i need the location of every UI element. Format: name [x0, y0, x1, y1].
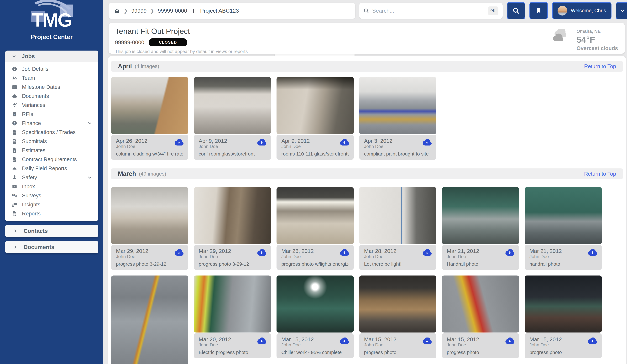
sidebar-item-finance[interactable]: $ Finance	[5, 119, 98, 128]
month-header-march: March (49 images) Return to Top	[111, 168, 623, 179]
photo-card[interactable]: Apr 26, 2012 John Doe column cladding w/…	[111, 77, 188, 160]
home-icon[interactable]	[114, 8, 120, 14]
search-button[interactable]	[507, 2, 525, 19]
photo-card[interactable]: Mar 29, 2012 John Doe progress photo 3-2…	[111, 187, 188, 270]
return-to-top-link[interactable]: Return to Top	[584, 171, 616, 177]
photo-card[interactable]: Apr 3, 2012 John Doe compliant paint bro…	[359, 77, 436, 160]
download-icon[interactable]	[257, 338, 266, 344]
download-icon[interactable]	[588, 338, 597, 344]
download-icon[interactable]	[422, 139, 432, 146]
sidebar-item-label: Surveys	[22, 193, 92, 199]
search-bar: ^K	[359, 3, 503, 19]
sidebar-item-variances[interactable]: Variances	[5, 101, 98, 110]
photo-thumbnail[interactable]	[442, 187, 519, 244]
photo-card[interactable]	[111, 275, 188, 364]
user-menu-button[interactable]: Welcome, Chris	[552, 2, 612, 19]
sidebar-item-label: Variances	[22, 102, 92, 108]
sidebar-item-job-details[interactable]: Job Details	[5, 64, 98, 73]
document-dollar-icon: $	[12, 148, 17, 153]
sidebar-item-rfis[interactable]: ? RFIs	[5, 110, 98, 119]
photo-card[interactable]: Apr 9, 2012 John Doe conf room glass/sto…	[194, 77, 271, 160]
photo-date: Mar 15, 2012	[529, 336, 562, 342]
jobs-section-header[interactable]: Jobs	[5, 51, 98, 62]
sidebar-item-label: Milestone Dates	[22, 84, 92, 90]
photo-thumbnail[interactable]	[524, 275, 602, 332]
document-chart-icon	[12, 156, 17, 162]
photo-card[interactable]: Mar 15, 2012 John Doe progress photo	[442, 275, 519, 358]
photo-thumbnail[interactable]	[359, 275, 436, 332]
sidebar-item-contract-requirements[interactable]: Contract Requirements	[5, 155, 98, 164]
download-icon[interactable]	[422, 249, 432, 256]
photo-thumbnail[interactable]	[194, 77, 271, 134]
download-icon[interactable]	[505, 338, 514, 344]
photo-card[interactable]: Apr 9, 2012 John Doe rooms 110-111 glass…	[276, 77, 354, 160]
breadcrumb-project[interactable]: 99999-0000 - TF Project ABC123	[158, 8, 239, 14]
return-to-top-link[interactable]: Return to Top	[584, 63, 616, 69]
photo-thumbnail[interactable]	[442, 275, 519, 332]
photo-thumbnail[interactable]	[359, 77, 436, 134]
photo-caption: progress photo 3-29-12	[116, 261, 183, 267]
photo-card-footer: Mar 29, 2012 John Doe progress photo 3-2…	[194, 245, 271, 270]
photo-author: John Doe	[529, 342, 562, 348]
photo-card[interactable]: Mar 28, 2012 John Doe Let there be light…	[359, 187, 436, 270]
download-icon[interactable]	[174, 249, 183, 256]
closed-job-note: This job is closed and will not appear b…	[115, 49, 248, 54]
photo-thumbnail[interactable]	[276, 275, 354, 332]
photo-thumbnail[interactable]	[524, 187, 602, 244]
download-icon[interactable]	[422, 338, 432, 344]
photo-thumbnail[interactable]	[111, 77, 188, 134]
photo-card[interactable]: Mar 29, 2012 John Doe progress photo 3-2…	[194, 187, 271, 270]
search-input[interactable]	[372, 8, 485, 14]
photo-date: Mar 15, 2012	[364, 336, 396, 342]
insights-icon	[12, 202, 17, 208]
photo-thumbnail[interactable]	[194, 187, 271, 244]
breadcrumb-job-number[interactable]: 99999	[131, 8, 147, 14]
photo-thumbnail[interactable]	[111, 187, 188, 244]
photo-card[interactable]: Mar 15, 2012 John Doe progress photo	[524, 275, 602, 358]
report-icon	[12, 211, 17, 216]
photo-thumbnail[interactable]	[111, 275, 188, 364]
team-icon	[12, 75, 17, 81]
sidebar-item-surveys[interactable]: ? Surveys	[5, 191, 98, 200]
sidebar-item-inbox[interactable]: Inbox	[5, 182, 98, 191]
sidebar-item-specifications-trades[interactable]: Specifications / Trades	[5, 128, 98, 137]
photo-caption: progress photo w/lights energized	[281, 261, 349, 267]
contacts-nav-panel[interactable]: Contacts	[5, 225, 98, 237]
download-icon[interactable]	[257, 139, 266, 146]
sidebar-item-safety[interactable]: Safety	[5, 173, 98, 182]
photo-thumbnail[interactable]	[359, 187, 436, 244]
photo-caption: compliant paint brought to site	[364, 151, 432, 156]
photo-card[interactable]: Mar 21, 2012 John Doe Handrail photo	[442, 187, 519, 270]
photo-card[interactable]: Mar 28, 2012 John Doe progress photo w/l…	[276, 187, 354, 270]
photo-card[interactable]: Mar 20, 2012 John Doe Electric progress …	[194, 275, 271, 358]
sidebar: TMG Project Center Jobs Job Details Team…	[0, 0, 103, 364]
sidebar-item-documents[interactable]: Documents	[5, 92, 98, 101]
sidebar-item-estimates[interactable]: $ Estimates	[5, 146, 98, 155]
month-header-april: April (4 images) Return to Top	[111, 61, 623, 72]
sidebar-item-milestone-dates[interactable]: Milestone Dates	[5, 83, 98, 92]
sidebar-item-daily-field-reports[interactable]: Daily Field Reports	[5, 164, 98, 173]
download-icon[interactable]	[340, 139, 349, 146]
user-menu-dropdown-button[interactable]	[616, 2, 627, 19]
download-icon[interactable]	[340, 338, 349, 344]
download-icon[interactable]	[340, 249, 349, 256]
photo-card[interactable]: Mar 15, 2012 John Doe progress photo	[359, 275, 436, 358]
photo-thumbnail[interactable]	[276, 187, 354, 244]
bookmarks-button[interactable]	[529, 2, 548, 19]
download-icon[interactable]	[588, 249, 597, 256]
download-icon[interactable]	[174, 139, 183, 146]
photo-caption: handrail photo	[529, 261, 597, 267]
sidebar-item-submittals[interactable]: Submittals	[5, 137, 98, 146]
download-icon[interactable]	[257, 249, 266, 256]
sidebar-item-reports[interactable]: Reports	[5, 209, 98, 218]
photo-card[interactable]: Mar 21, 2012 John Doe handrail photo	[524, 187, 602, 270]
clipboard-question-icon: ?	[12, 111, 17, 117]
photo-date: Apr 26, 2012	[116, 138, 148, 144]
photo-card[interactable]: Mar 15, 2012 John Doe Chiller work - 95%…	[276, 275, 354, 358]
sidebar-item-insights[interactable]: Insights	[5, 200, 98, 209]
sidebar-item-team[interactable]: Team	[5, 73, 98, 83]
documents-nav-panel[interactable]: Documents	[5, 241, 98, 253]
photo-thumbnail[interactable]	[194, 275, 271, 332]
download-icon[interactable]	[505, 249, 514, 256]
photo-thumbnail[interactable]	[276, 77, 354, 134]
